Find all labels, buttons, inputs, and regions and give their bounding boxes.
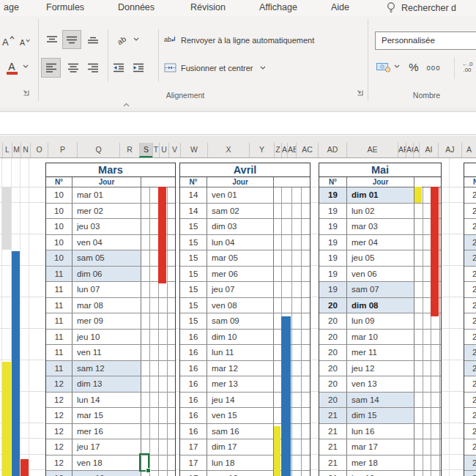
cell-week-number[interactable]: 20 — [319, 330, 347, 345]
cell-week-number[interactable]: 22 — [464, 219, 476, 234]
cell-day[interactable]: jeu 17 — [72, 439, 141, 455]
cell-day[interactable]: mar 10 — [347, 330, 414, 345]
cell-week-number[interactable]: 16 — [180, 361, 207, 376]
cell-day[interactable]: lun 14 — [72, 393, 141, 408]
cell-day[interactable]: sam 16 — [207, 424, 274, 439]
cell-day[interactable]: mar 17 — [347, 439, 414, 455]
header-week-number[interactable]: N° — [464, 177, 476, 187]
cell-day[interactable]: ven 18 — [72, 455, 141, 471]
cell-day[interactable]: mar 01 — [72, 187, 141, 203]
header-day[interactable]: Jour — [207, 177, 274, 187]
cell-week-number[interactable]: 11 — [46, 282, 72, 297]
cell-week-number[interactable]: 11 — [46, 345, 72, 360]
cell-week-number[interactable]: 19 — [319, 219, 347, 234]
cell-week-number[interactable]: 21 — [319, 455, 347, 471]
cell-week-number[interactable]: 14 — [180, 204, 207, 219]
header-day[interactable]: Jour — [72, 177, 141, 187]
cell-week-number[interactable]: 15 — [180, 267, 207, 282]
cell-week-number[interactable]: 12 — [46, 376, 72, 392]
cell-day[interactable]: mar 19 — [207, 471, 274, 476]
cell-day[interactable]: sam 19 — [72, 471, 141, 476]
cell-week-number[interactable]: 14 — [180, 187, 207, 203]
cell-week-number[interactable]: 24 — [464, 439, 476, 455]
cell-week-number[interactable]: 17 — [180, 471, 207, 476]
cell-day[interactable]: mar 03 — [347, 219, 414, 234]
cell-week-number[interactable]: 12 — [46, 393, 72, 408]
cell-day[interactable]: sam 09 — [207, 313, 274, 329]
cell-week-number[interactable]: 10 — [46, 204, 72, 219]
cell-week-number[interactable]: 22 — [464, 187, 476, 203]
cell-day[interactable]: dim 06 — [72, 267, 141, 282]
cell-day[interactable]: jeu 03 — [72, 219, 141, 234]
month-title[interactable]: Mai — [319, 163, 441, 177]
cell-day[interactable]: mar 12 — [207, 361, 274, 376]
cell-week-number[interactable]: 24 — [464, 424, 476, 439]
cell-day[interactable]: mer 02 — [72, 204, 141, 219]
cell-day[interactable]: mer 13 — [207, 376, 274, 392]
cell-day[interactable]: lun 18 — [207, 455, 274, 471]
cell-day[interactable]: sam 05 — [72, 250, 141, 266]
cell-day[interactable]: jeu 05 — [347, 250, 414, 266]
cell-day[interactable]: lun 04 — [207, 235, 274, 250]
cell-week-number[interactable]: 11 — [46, 298, 72, 313]
cell-day[interactable]: ven 01 — [207, 187, 274, 203]
cell-week-number[interactable]: 21 — [319, 424, 347, 439]
cell-week-number[interactable]: 25 — [464, 471, 476, 476]
cell-day[interactable]: ven 13 — [347, 376, 414, 392]
cell-week-number[interactable]: 15 — [180, 282, 207, 297]
month-title[interactable]: Avril — [180, 163, 310, 177]
cell-day[interactable]: jeu 12 — [347, 361, 414, 376]
cell-day[interactable]: mer 04 — [347, 235, 414, 250]
cell-week-number[interactable]: 20 — [319, 361, 347, 376]
cell-week-number[interactable]: 24 — [464, 361, 476, 376]
cell-day[interactable]: lun 09 — [347, 313, 414, 329]
cell-week-number[interactable]: 23 — [464, 298, 476, 313]
cell-week-number[interactable]: 23 — [464, 282, 476, 297]
cell-week-number[interactable]: 20 — [319, 376, 347, 392]
cell-week-number[interactable]: 23 — [464, 345, 476, 360]
cell-day[interactable]: mar 05 — [207, 250, 274, 266]
cell-week-number[interactable]: 17 — [180, 439, 207, 455]
cell-day[interactable]: lun 11 — [207, 345, 274, 360]
cell-week-number[interactable]: 16 — [180, 330, 207, 345]
cell-week-number[interactable]: 15 — [180, 313, 207, 329]
cell-day[interactable]: dim 01 — [347, 187, 414, 203]
cell-day[interactable]: dim 08 — [347, 298, 414, 313]
header-week-number[interactable]: N° — [319, 177, 347, 187]
cell-day[interactable]: mer 11 — [347, 345, 414, 360]
header-week-number[interactable]: N° — [180, 177, 207, 187]
cell-week-number[interactable]: 21 — [319, 471, 347, 476]
cell-day[interactable]: sam 14 — [347, 393, 414, 408]
cell-day[interactable]: lun 16 — [347, 424, 414, 439]
cell-day[interactable]: ven 04 — [72, 235, 141, 250]
cell-week-number[interactable]: 12 — [46, 408, 72, 423]
cell-day[interactable]: ven 15 — [207, 408, 274, 423]
cell-day[interactable]: lun 02 — [347, 204, 414, 219]
cell-day[interactable]: mer 16 — [72, 424, 141, 439]
cell-week-number[interactable]: 20 — [319, 393, 347, 408]
cell-week-number[interactable]: 23 — [464, 267, 476, 282]
cell-week-number[interactable]: 15 — [180, 235, 207, 250]
cell-day[interactable]: dim 15 — [347, 408, 414, 423]
cell-day[interactable]: ven 11 — [72, 345, 141, 360]
header-week-number[interactable]: N° — [46, 177, 72, 187]
cell-day[interactable]: mer 06 — [207, 267, 274, 282]
cell-week-number[interactable]: 11 — [46, 313, 72, 329]
cell-week-number[interactable]: 12 — [46, 471, 72, 476]
cell-day[interactable]: dim 03 — [207, 219, 274, 234]
cell-week-number[interactable]: 23 — [464, 330, 476, 345]
cell-week-number[interactable]: 24 — [464, 393, 476, 408]
cell-week-number[interactable]: 20 — [319, 298, 347, 313]
header-day[interactable]: Jour — [347, 177, 414, 187]
cell-day[interactable]: sam 02 — [207, 204, 274, 219]
cell-week-number[interactable]: 23 — [464, 313, 476, 329]
cell-week-number[interactable]: 21 — [319, 439, 347, 455]
cell-week-number[interactable]: 11 — [46, 267, 72, 282]
cell-week-number[interactable]: 22 — [464, 204, 476, 219]
month-title[interactable]: Mars — [46, 163, 175, 177]
cell-week-number[interactable]: 19 — [319, 187, 347, 203]
cell-week-number[interactable]: 24 — [464, 408, 476, 423]
cell-day[interactable]: jeu 19 — [347, 471, 414, 476]
cell-week-number[interactable]: 24 — [464, 455, 476, 471]
cell-day[interactable]: jeu 07 — [207, 282, 274, 297]
